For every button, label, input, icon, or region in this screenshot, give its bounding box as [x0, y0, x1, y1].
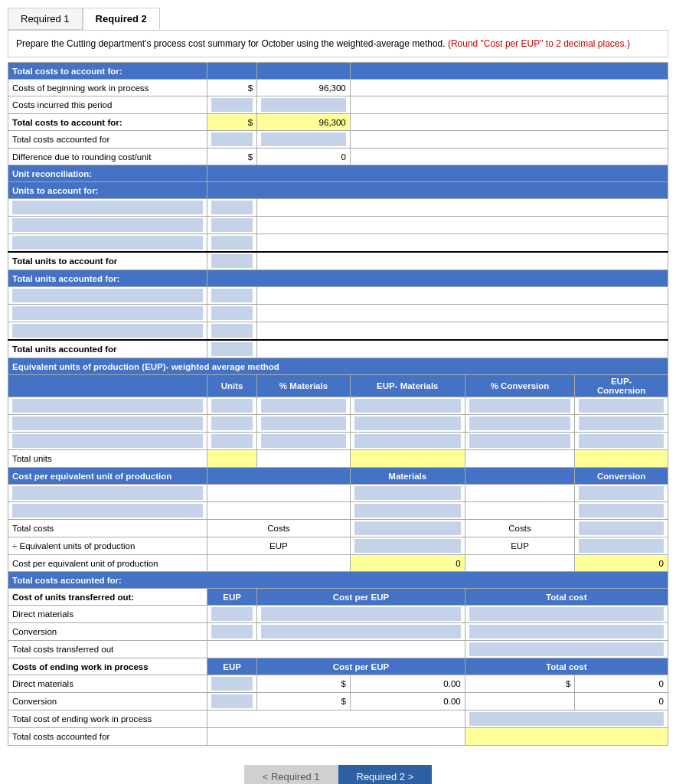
input-eup-conv-val[interactable] [575, 537, 668, 555]
input-label[interactable] [8, 502, 207, 520]
extra [207, 641, 465, 658]
next-button[interactable]: Required 2 > [338, 765, 433, 784]
input-cell[interactable] [207, 131, 257, 149]
input-label[interactable] [8, 217, 207, 234]
input-label[interactable] [8, 397, 207, 415]
input-eup-mat[interactable] [350, 415, 465, 433]
input-mat[interactable] [350, 502, 465, 520]
row-label: Total costs accounted for [8, 131, 207, 149]
input-eup[interactable] [207, 606, 257, 623]
input-cell2[interactable] [257, 131, 351, 149]
total-units-accounted-val-label: Total units accounted for [8, 340, 207, 358]
input-conv-total[interactable] [575, 520, 668, 537]
input-eup[interactable] [207, 623, 257, 641]
table-row [8, 415, 668, 433]
input-pct-mat[interactable] [257, 415, 351, 433]
total-eup-mat-val[interactable] [350, 450, 465, 468]
cost-per-eup-conv: 0.00 [350, 693, 465, 710]
input-label[interactable] [8, 199, 207, 217]
extra [257, 322, 668, 341]
input-total-cost[interactable] [465, 606, 668, 623]
input-val[interactable] [207, 252, 257, 270]
extra [257, 252, 668, 270]
instruction-main: Prepare the Cutting department's process… [16, 38, 446, 49]
cost-per-eup-conv-val: 0 [575, 555, 668, 572]
input-label[interactable] [8, 322, 207, 341]
input-eup-conv[interactable] [575, 397, 668, 415]
costs-label-conv: Costs [465, 520, 575, 537]
input-val[interactable] [207, 305, 257, 322]
extra [207, 468, 351, 485]
extra [257, 217, 668, 234]
input-val[interactable] [207, 217, 257, 234]
input-pct-conv[interactable] [465, 415, 575, 433]
input-cell2[interactable] [257, 96, 351, 114]
input-val[interactable] [207, 287, 257, 305]
total-costs-accounted-final-row: Total costs accounted for [8, 728, 668, 746]
input-eup-conv[interactable] [207, 693, 257, 710]
input-eup-mat-val[interactable] [350, 537, 465, 555]
table-row: Total units accounted for [8, 340, 668, 358]
tab-required1[interactable]: Required 1 [8, 8, 83, 30]
input-units[interactable] [207, 415, 257, 433]
units-to-account-header-row: Units to account for: [8, 182, 668, 199]
tab-required2[interactable]: Required 2 [83, 8, 160, 30]
input-conv[interactable] [575, 485, 668, 502]
input-mat-total[interactable] [350, 520, 465, 537]
input-units[interactable] [207, 433, 257, 450]
total-units-eup-label: Total units [8, 450, 207, 468]
cost-per-eup-mat-val: 0 [350, 555, 465, 572]
input-total-transferred[interactable] [465, 641, 668, 658]
input-pct-conv[interactable] [465, 397, 575, 415]
eup-conv-col: EUP-Conversion [575, 375, 668, 397]
extra [207, 502, 351, 520]
input-label[interactable] [8, 415, 207, 433]
input-label[interactable] [8, 287, 207, 305]
input-label[interactable] [8, 485, 207, 502]
total-ending-wip-label: Total cost of ending work in process [8, 710, 207, 728]
table-row [8, 287, 668, 305]
table-row: Total costs accounted for [8, 131, 668, 149]
input-cost-per-eup[interactable] [257, 606, 465, 623]
dollar-sign: $ [207, 114, 257, 131]
input-units[interactable] [207, 397, 257, 415]
input-val[interactable] [207, 199, 257, 217]
prev-button[interactable]: < Required 1 [244, 765, 338, 784]
input-label[interactable] [8, 433, 207, 450]
total-eup-conv-val[interactable] [575, 450, 668, 468]
total-costs-accounted-final-val[interactable] [465, 728, 668, 746]
input-eup-conv[interactable] [575, 415, 668, 433]
table-row: Total units to account for [8, 252, 668, 270]
eup-mat-col: EUP- Materials [350, 375, 465, 397]
input-eup-conv[interactable] [575, 433, 668, 450]
eup-label-conv: EUP [465, 537, 575, 555]
materials-sub-header: Materials [350, 468, 465, 485]
input-pct-mat[interactable] [257, 397, 351, 415]
eup-label-col [8, 375, 207, 397]
input-val[interactable] [207, 234, 257, 253]
col-total-cost2: Total cost [465, 658, 668, 675]
direct-materials-label: Direct materials [8, 606, 207, 623]
input-pct-mat[interactable] [257, 433, 351, 450]
extra [465, 468, 575, 485]
table-row: Difference due to rounding cost/unit $ 0 [8, 149, 668, 165]
input-val[interactable] [207, 340, 257, 358]
input-eup-dm[interactable] [207, 675, 257, 693]
input-label[interactable] [8, 234, 207, 253]
input-label[interactable] [8, 305, 207, 322]
input-total-ending-wip[interactable] [465, 710, 668, 728]
input-eup-mat[interactable] [350, 433, 465, 450]
input-val[interactable] [207, 322, 257, 341]
col-total-cost: Total cost [465, 589, 668, 606]
units-to-account-label: Units to account for: [8, 182, 207, 199]
value-cell: 0 [257, 149, 351, 165]
input-total-cost[interactable] [465, 623, 668, 641]
input-pct-conv[interactable] [465, 433, 575, 450]
input-cost-per-eup[interactable] [257, 623, 465, 641]
input-cell[interactable] [207, 96, 257, 114]
input-mat[interactable] [350, 485, 465, 502]
input-conv[interactable] [575, 502, 668, 520]
extra [350, 114, 668, 131]
total-units-eup-val[interactable] [207, 450, 257, 468]
input-eup-mat[interactable] [350, 397, 465, 415]
